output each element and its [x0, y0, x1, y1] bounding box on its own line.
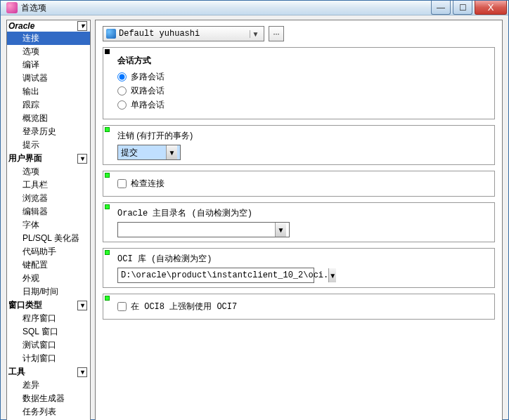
tree-item[interactable]: 测试窗口	[7, 339, 90, 352]
collapse-icon[interactable]: ▾	[77, 154, 87, 164]
window-controls: — ☐ X	[429, 1, 507, 15]
group-marker-icon	[105, 49, 110, 54]
collapse-icon[interactable]: ▾	[77, 367, 87, 377]
sidebar: Oracle▾连接选项编译调试器输出跟踪概览图登录历史提示用户界面▾选项工具栏浏…	[6, 20, 91, 420]
check-connection-group: 检查连接	[103, 171, 495, 197]
group-marker-icon	[105, 204, 110, 209]
tree-category-label: 工具	[8, 366, 77, 378]
tree-item[interactable]: 代码助手	[7, 245, 90, 258]
chevron-down-icon: ▼	[275, 223, 286, 237]
force-oci7-row[interactable]: 在 OCI8 上强制使用 OCI7	[117, 301, 487, 313]
tree-item[interactable]: 选项	[7, 165, 90, 178]
window-title: 首选项	[21, 2, 429, 14]
logout-select[interactable]: 提交 ▼	[117, 145, 181, 160]
oci-lib-group: OCI 库 (自动检测为空) D:\oracle\product\instant…	[103, 248, 495, 288]
tree-item[interactable]: 概览图	[7, 112, 90, 125]
group-marker-icon	[105, 127, 110, 132]
chevron-down-icon: ▼	[250, 30, 261, 38]
session-mode-label: 双路会话	[131, 85, 165, 97]
tree-item[interactable]: 输出	[7, 85, 90, 98]
check-connection-checkbox[interactable]	[117, 179, 127, 188]
tree-item[interactable]: 字体	[7, 218, 90, 232]
profile-row: Default yuhuashi ▼ ···	[103, 26, 495, 41]
tree-item[interactable]: 差异	[7, 379, 90, 392]
tree-item[interactable]: 键配置	[7, 258, 90, 272]
oci-lib-value: D:\oracle\product\instantclient_10_2\oci…	[121, 270, 328, 280]
group-marker-icon	[105, 173, 110, 178]
oracle-home-select[interactable]: ▼	[117, 222, 290, 237]
collapse-icon[interactable]: ▾	[77, 301, 87, 310]
title-bar: 首选项 — ☐ X	[1, 1, 508, 15]
tree-item[interactable]: 计划窗口	[7, 352, 90, 365]
tree-item[interactable]: 程序窗口	[7, 312, 90, 325]
tree-item[interactable]: SQL 窗口	[7, 325, 90, 339]
session-mode-label: 单路会话	[131, 99, 165, 111]
check-connection-label: 检查连接	[131, 178, 165, 190]
check-connection-row[interactable]: 检查连接	[117, 178, 487, 190]
oracle-home-group: Oracle 主目录名 (自动检测为空) ▼	[103, 202, 495, 242]
app-icon	[6, 2, 18, 13]
tree-item[interactable]: 日期/时间	[7, 285, 90, 298]
session-mode-option[interactable]: 多路会话	[117, 71, 487, 83]
oci-lib-select[interactable]: D:\oracle\product\instantclient_10_2\oci…	[117, 268, 314, 283]
minimize-button[interactable]: —	[431, 1, 451, 15]
content-area: Oracle▾连接选项编译调试器输出跟踪概览图登录历史提示用户界面▾选项工具栏浏…	[1, 15, 508, 420]
tree-item[interactable]: 工具栏	[7, 178, 90, 192]
logout-value: 提交	[121, 147, 166, 159]
tree-item[interactable]: 登录历史	[7, 125, 90, 138]
tree-item[interactable]: 编辑器	[7, 205, 90, 218]
chevron-down-icon: ▼	[166, 145, 177, 159]
session-mode-option[interactable]: 双路会话	[117, 85, 487, 97]
force-oci7-group: 在 OCI8 上强制使用 OCI7	[103, 294, 495, 320]
session-mode-radio[interactable]	[117, 100, 127, 110]
settings-panel: Default yuhuashi ▼ ··· 会话方式 多路会话双路会话单路会话…	[95, 20, 503, 420]
tree-item[interactable]: PL/SQL 美化器	[7, 232, 90, 245]
force-oci7-checkbox[interactable]	[117, 302, 127, 311]
group-marker-icon	[105, 296, 110, 301]
tree-item[interactable]: 选项	[7, 45, 90, 58]
tree-category-label: 用户界面	[8, 152, 77, 164]
oracle-home-label: Oracle 主目录名 (自动检测为空)	[117, 207, 487, 219]
tree-item[interactable]: 提示	[7, 138, 90, 152]
oci-lib-label: OCI 库 (自动检测为空)	[117, 253, 487, 265]
tree-item[interactable]: 连接	[7, 32, 90, 45]
session-mode-radio[interactable]	[117, 86, 127, 96]
tree-item[interactable]: 调试器	[7, 72, 90, 85]
maximize-button[interactable]: ☐	[453, 1, 472, 15]
close-button[interactable]: X	[475, 1, 507, 15]
profile-combo[interactable]: Default yuhuashi ▼	[103, 26, 264, 41]
tree-category-label: Oracle	[8, 21, 77, 31]
tree-item[interactable]: 跟踪	[7, 98, 90, 112]
group-marker-icon	[105, 250, 110, 255]
chevron-down-icon: ▼	[328, 268, 336, 282]
tree-item[interactable]: 浏览器	[7, 192, 90, 205]
tree-item[interactable]: 外观	[7, 272, 90, 285]
session-mode-option[interactable]: 单路会话	[117, 99, 487, 111]
tree-category-tools[interactable]: 工具▾	[7, 365, 90, 379]
session-mode-radio[interactable]	[117, 72, 127, 81]
session-mode-group: 会话方式 多路会话双路会话单路会话	[103, 47, 495, 119]
profile-value: Default yuhuashi	[119, 29, 247, 39]
tree-category-ui[interactable]: 用户界面▾	[7, 152, 90, 165]
preferences-window: 首选项 — ☐ X Oracle▾连接选项编译调试器输出跟踪概览图登录历史提示用…	[0, 0, 509, 420]
logout-label: 注销 (有打开的事务)	[117, 130, 487, 142]
tree-item[interactable]: 数据生成器	[7, 392, 90, 405]
tree-item[interactable]: 编译	[7, 58, 90, 72]
collapse-icon[interactable]: ▾	[77, 21, 87, 31]
tree-item[interactable]: 任务列表	[7, 405, 90, 419]
force-oci7-label: 在 OCI8 上强制使用 OCI7	[131, 301, 237, 313]
tree-category-label: 窗口类型	[8, 299, 77, 311]
tree-category-oracle[interactable]: Oracle▾	[7, 20, 90, 32]
tree-category-wintype[interactable]: 窗口类型▾	[7, 298, 90, 312]
logout-group: 注销 (有打开的事务) 提交 ▼	[103, 125, 495, 165]
profile-icon	[106, 29, 116, 39]
profile-more-button[interactable]: ···	[269, 26, 284, 41]
sidebar-scroll[interactable]: Oracle▾连接选项编译调试器输出跟踪概览图登录历史提示用户界面▾选项工具栏浏…	[7, 20, 90, 420]
main-row: Oracle▾连接选项编译调试器输出跟踪概览图登录历史提示用户界面▾选项工具栏浏…	[6, 20, 503, 420]
session-mode-label: 多路会话	[131, 71, 165, 83]
session-mode-title: 会话方式	[117, 55, 487, 67]
